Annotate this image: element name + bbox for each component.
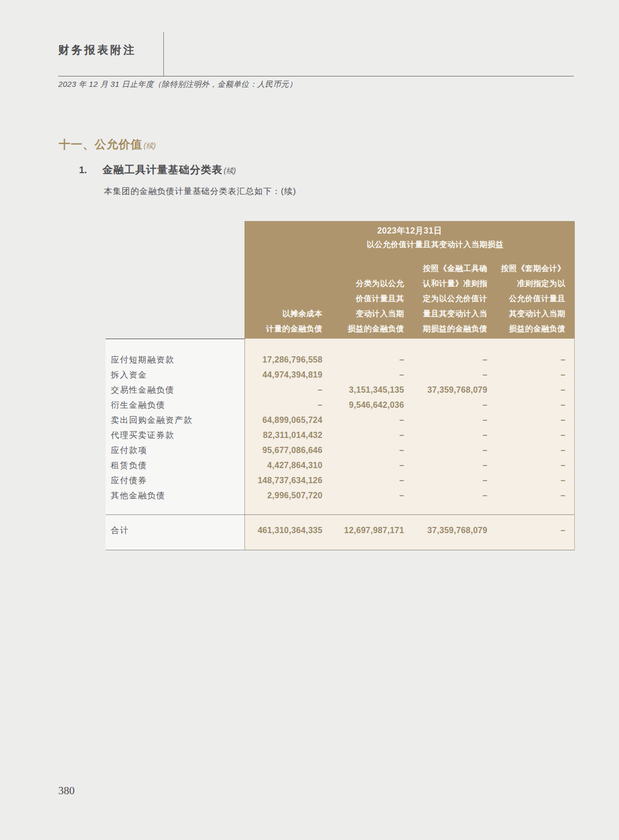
column-header-line: 计量的金融负债: [244, 321, 323, 336]
column-header-line: 价值计量且其: [323, 291, 404, 306]
cell-value: –: [323, 367, 404, 382]
total-value: 461,310,364,335: [244, 526, 323, 535]
table-row: 衍生金融负债 – 9,546,642,036 – –: [106, 397, 575, 412]
cell-value: –: [404, 367, 487, 382]
section-heading: 十一、公允价值(续): [59, 137, 156, 152]
row-label: 卖出回购金融资产款: [106, 412, 244, 428]
cell-value: –: [404, 352, 487, 367]
item-number: 1.: [79, 165, 87, 175]
total-label: 合计: [106, 525, 244, 536]
cell-value: –: [323, 488, 404, 503]
cell-value: –: [404, 397, 487, 412]
cell-value: –: [487, 443, 575, 458]
column-header-line: 按照《套期会计》: [487, 261, 565, 276]
total-value: –: [487, 526, 575, 535]
row-label: 其他金融负债: [106, 488, 244, 503]
column-header-hedge-accounting: 按照《套期会计》 准则指定为以 公允价值计量且 其变动计入当期 损益的金融负债: [487, 261, 575, 336]
column-header-line: 以摊余成本: [244, 306, 323, 321]
cell-value: –: [323, 412, 404, 428]
cell-value: 148,737,634,126: [244, 473, 323, 488]
cell-value: –: [323, 473, 404, 488]
cell-value: –: [404, 443, 487, 458]
table-row: 代理买卖证券款 82,311,014,432 – – –: [106, 428, 575, 443]
cell-value: 3,151,345,135: [323, 382, 404, 397]
cell-value: 17,286,796,558: [244, 352, 323, 367]
table-row: 应付债券 148,737,634,126 – – –: [106, 473, 575, 488]
column-header-line: 损益的金融负债: [487, 321, 565, 336]
cell-value: –: [487, 428, 575, 443]
column-header-classified-fvtpl: 分类为以公允 价值计量且其 变动计入当期 损益的金融负债: [323, 276, 404, 336]
table-row: 应付款项 95,677,086,646 – – –: [106, 443, 575, 458]
row-label: 应付短期融资款: [106, 352, 244, 367]
column-header-line: 定为以公允价值计: [404, 291, 487, 306]
cell-value: –: [323, 352, 404, 367]
header-horizontal-rule: [58, 76, 574, 76]
column-header-line: 量且其变动计入当: [404, 306, 487, 321]
cell-value: –: [323, 428, 404, 443]
page-title: 财务报表附注: [58, 43, 136, 57]
cell-value: –: [404, 488, 487, 503]
row-label: 交易性金融负债: [106, 382, 244, 397]
cell-value: –: [244, 382, 323, 397]
total-row: 合计 461,310,364,335 12,697,987,171 37,359…: [106, 514, 575, 547]
cell-value: 2,996,507,720: [244, 488, 323, 503]
table-header: 2023年12月31日 以公允价值计量且其变动计入当期损益 以摊余成本 计量的金…: [244, 221, 575, 339]
column-header-line: 认和计量》准则指: [404, 276, 487, 291]
column-header-line: 变动计入当期: [323, 306, 404, 321]
table-row: 其他金融负债 2,996,507,720 – – –: [106, 488, 575, 503]
column-header-line: 损益的金融负债: [323, 321, 404, 336]
cell-value: –: [487, 458, 575, 473]
total-value: 37,359,768,079: [404, 526, 487, 535]
table-row: 交易性金融负债 – 3,151,345,135 37,359,768,079 –: [106, 382, 575, 397]
column-headers: 以摊余成本 计量的金融负债 分类为以公允 价值计量且其 变动计入当期 损益的金融…: [244, 261, 575, 339]
row-label: 租赁负债: [106, 458, 244, 473]
cell-value: 64,899,065,724: [244, 412, 323, 428]
row-label: 代理买卖证券款: [106, 428, 244, 443]
table-date-header: 2023年12月31日: [244, 226, 575, 237]
page-number: 380: [58, 784, 75, 797]
cell-value: 82,311,014,432: [244, 428, 323, 443]
column-header-line: 准则指定为以: [487, 276, 565, 291]
cell-value: –: [487, 352, 575, 367]
table-row: 拆入资金 44,974,394,819 – – –: [106, 367, 575, 382]
table-row: 卖出回购金融资产款 64,899,065,724 – – –: [106, 412, 575, 428]
table-body: 应付短期融资款 17,286,796,558 – – – 拆入资金 44,974…: [106, 352, 575, 503]
row-label: 应付债券: [106, 473, 244, 488]
column-header-line: 其变动计入当期: [487, 306, 565, 321]
cell-value: 37,359,768,079: [404, 382, 487, 397]
cell-value: –: [404, 473, 487, 488]
document-page: 财务报表附注 2023 年 12 月 31 日止年度（除特别注明外，金额单位：人…: [0, 0, 619, 840]
header-vertical-divider: [163, 32, 164, 76]
cell-value: –: [487, 412, 575, 428]
section-title: 十一、公允价值: [59, 138, 143, 151]
row-label: 衍生金融负债: [106, 397, 244, 412]
cell-value: –: [404, 428, 487, 443]
cell-value: 4,427,864,310: [244, 458, 323, 473]
item-heading: 1.金融工具计量基础分类表(续): [79, 163, 236, 177]
column-header-designated-fvtpl: 按照《金融工具确 认和计量》准则指 定为以公允价值计 量且其变动计入当 期损益的…: [404, 261, 487, 336]
report-period: 2023 年 12 月 31 日止年度（除特别注明外，金额单位：人民币元）: [58, 80, 297, 89]
cell-value: –: [404, 458, 487, 473]
row-label: 应付款项: [106, 443, 244, 458]
cell-value: –: [487, 473, 575, 488]
cell-value: 9,546,642,036: [323, 397, 404, 412]
cell-value: –: [244, 397, 323, 412]
column-header-line: 公允价值计量且: [487, 291, 565, 306]
table-row: 应付短期融资款 17,286,796,558 – – –: [106, 352, 575, 367]
cell-value: –: [487, 488, 575, 503]
total-value: 12,697,987,171: [323, 526, 404, 535]
item-title: 金融工具计量基础分类表: [102, 164, 223, 175]
column-header-line: 按照《金融工具确: [404, 261, 487, 276]
cell-value: –: [404, 412, 487, 428]
column-header-line: 期损益的金融负债: [404, 321, 487, 336]
cell-value: 44,974,394,819: [244, 367, 323, 382]
section-continued-tag: (续): [144, 141, 156, 150]
table-intro-text: 本集团的金融负债计量基础分类表汇总如下：(续): [104, 186, 296, 197]
cell-value: –: [487, 367, 575, 382]
column-header-amortized-cost: 以摊余成本 计量的金融负债: [244, 306, 323, 336]
table-row: 租赁负债 4,427,864,310 – – –: [106, 458, 575, 473]
cell-value: 95,677,086,646: [244, 443, 323, 458]
cell-value: –: [487, 382, 575, 397]
row-label: 拆入资金: [106, 367, 244, 382]
cell-value: –: [323, 443, 404, 458]
